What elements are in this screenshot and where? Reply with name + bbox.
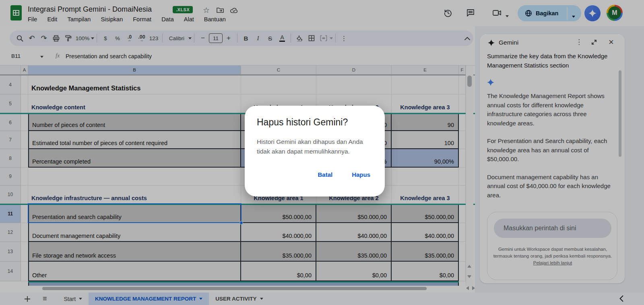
delete-history-dialog: Hapus histori Gemini? Histori Gemini aka… [245, 106, 385, 197]
confirm-delete-button[interactable]: Hapus [352, 171, 370, 178]
app-window: Integrasi Prompt Gemini - DomaiNesia .XL… [0, 0, 644, 305]
cancel-button[interactable]: Batal [318, 171, 332, 178]
dialog-body: Histori Gemini akan dihapus dan Anda tid… [257, 137, 374, 156]
dialog-title: Hapus histori Gemini? [257, 117, 348, 128]
